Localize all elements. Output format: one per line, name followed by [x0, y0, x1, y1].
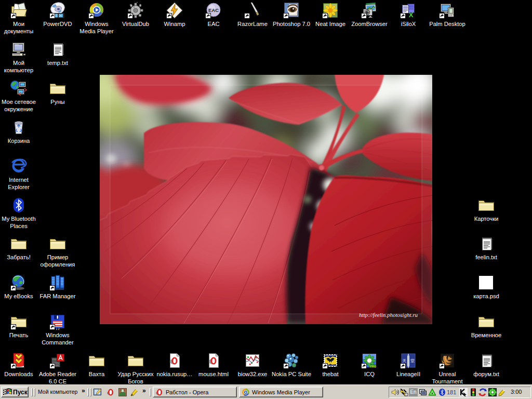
svg-text:http://feelin.photosight.ru: http://feelin.photosight.ru	[359, 312, 418, 318]
